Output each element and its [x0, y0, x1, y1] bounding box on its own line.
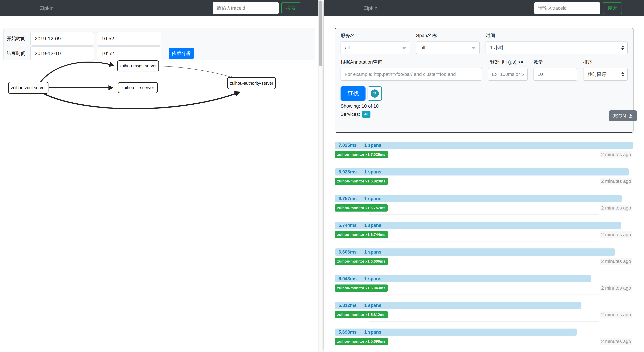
search-button[interactable]: 搜索	[603, 2, 622, 14]
sort-order-select[interactable]: 耗时降序	[583, 68, 628, 80]
annotation-query-input[interactable]	[340, 68, 482, 80]
service-name-value: all	[345, 45, 350, 50]
left-window-scrollbar[interactable]	[318, 0, 322, 352]
json-label: JSON	[612, 113, 626, 119]
trace-duration-text: 6.744ms	[338, 223, 357, 228]
service-name-label: 服务名	[340, 32, 410, 39]
trace-span-count: 1 spans	[364, 303, 382, 308]
find-button[interactable]: 查找	[340, 86, 366, 101]
trace-span-count: 1 spans	[364, 169, 382, 175]
navbar-right: Zipkin 搜索	[324, 0, 644, 16]
service-span-badge[interactable]: zuihou-monitor x1 6.923ms	[335, 178, 388, 185]
row-divider	[370, 214, 598, 215]
trace-duration-bar[interactable]: 6.744ms 1 spans	[335, 222, 621, 229]
start-time-input[interactable]	[97, 32, 161, 46]
trace-row: 6.606ms 1 spans zuihou-monitor x1 6.606m…	[335, 248, 633, 268]
trace-row: 5.698ms 1 spans zuihou-monitor x1 5.698m…	[335, 328, 633, 348]
trace-row: 7.025ms 1 spans zuihou-monitor x1 7.025m…	[335, 142, 633, 162]
question-mark-icon: ?	[370, 90, 379, 98]
trace-span-count: 1 spans	[364, 223, 382, 228]
trace-span-count: 1 spans	[364, 196, 382, 201]
trace-meta-row: zuihou-monitor x1 6.043ms 2 minutes ago	[335, 285, 633, 292]
start-time-row: 开始时间	[7, 32, 315, 46]
span-name-select[interactable]: all	[416, 42, 480, 54]
showing-count-text: Showing: 10 of 10	[335, 101, 633, 109]
trace-filter-panel: 服务名 all Span名称 all 时间 1 小时	[335, 28, 634, 133]
service-span-badge[interactable]: zuihou-monitor x1 5.812ms	[335, 311, 388, 318]
filter-row-2: 根据Annotation查询 持续时间 (μs) >= 数量 排序 耗时降序	[335, 54, 633, 80]
start-date-input[interactable]	[30, 32, 94, 46]
dependency-graph: zuihou-zuul-server zuihou-msgs-server zu…	[0, 56, 289, 138]
sort-order-value: 耗时降序	[588, 71, 606, 78]
trace-list: 7.025ms 1 spans zuihou-monitor x1 7.025m…	[335, 142, 633, 348]
filter-actions-row: 查找 ?	[335, 80, 633, 101]
json-download-button[interactable]: JSON	[609, 110, 637, 121]
trace-duration-bar[interactable]: 5.698ms 1 spans	[335, 328, 577, 336]
trace-timestamp: 2 minutes ago	[600, 338, 632, 345]
service-span-badge[interactable]: zuihou-monitor x1 6.744ms	[335, 231, 388, 238]
scrollbar-thumb[interactable]	[319, 0, 322, 66]
trace-span-count: 1 spans	[364, 276, 382, 282]
edge-msgs-to-authority	[159, 66, 232, 77]
trace-timestamp: 2 minutes ago	[600, 178, 632, 184]
service-span-badge[interactable]: zuihou-monitor x1 5.698ms	[335, 338, 388, 345]
row-divider	[370, 161, 598, 162]
trace-duration-bar[interactable]: 6.043ms 1 spans	[335, 275, 591, 282]
min-duration-input[interactable]	[488, 68, 528, 80]
trace-duration-text: 6.043ms	[338, 276, 357, 282]
trace-meta-row: zuihou-monitor x1 7.025ms 2 minutes ago	[335, 151, 633, 158]
traceid-search-input[interactable]	[534, 2, 600, 14]
trace-timestamp: 2 minutes ago	[600, 258, 632, 264]
service-span-badge[interactable]: zuihou-monitor x1 6.043ms	[335, 284, 388, 292]
span-name-label: Span名称	[416, 32, 480, 39]
trace-timestamp: 2 minutes ago	[600, 232, 632, 238]
result-count-label: 数量	[534, 59, 577, 65]
chevron-down-icon	[472, 47, 476, 49]
service-span-badge[interactable]: zuihou-monitor x1 6.606ms	[335, 258, 388, 265]
trace-duration-bar[interactable]: 6.606ms 1 spans	[335, 248, 615, 256]
trace-duration-text: 6.757ms	[338, 196, 357, 201]
graph-node-zuul-server[interactable]: zuihou-zuul-server	[8, 82, 48, 94]
search-button[interactable]: 搜索	[281, 2, 300, 14]
brand-zipkin: Zipkin	[40, 5, 54, 11]
result-count-input[interactable]	[534, 68, 577, 80]
trace-timestamp: 2 minutes ago	[600, 285, 632, 291]
trace-row: 5.812ms 1 spans zuihou-monitor x1 5.812m…	[335, 302, 633, 322]
trace-duration-bar[interactable]: 6.923ms 1 spans	[335, 168, 629, 176]
trace-meta-row: zuihou-monitor x1 5.812ms 2 minutes ago	[335, 311, 633, 318]
navbar-left: Zipkin 搜索	[0, 0, 322, 16]
brand-zipkin: Zipkin	[364, 5, 378, 11]
services-label: Services:	[340, 112, 360, 117]
graph-node-authority-server[interactable]: zuihou-authority-server	[227, 77, 276, 89]
trace-meta-row: zuihou-monitor x1 6.923ms 2 minutes ago	[335, 178, 633, 185]
trace-meta-row: zuihou-monitor x1 6.606ms 2 minutes ago	[335, 258, 633, 265]
trace-timestamp: 2 minutes ago	[600, 151, 632, 158]
span-name-value: all	[420, 45, 425, 50]
trace-duration-bar[interactable]: 5.812ms 1 spans	[335, 302, 582, 309]
row-divider	[370, 348, 598, 348]
trace-search-window: Zipkin 搜索 服务名 all Span名称 all	[324, 0, 644, 352]
trace-row: 6.923ms 1 spans zuihou-monitor x1 6.923m…	[335, 168, 633, 188]
row-divider	[370, 188, 598, 188]
trace-row: 6.757ms 1 spans zuihou-monitor x1 6.757m…	[335, 195, 633, 215]
trace-meta-row: zuihou-monitor x1 6.744ms 2 minutes ago	[335, 231, 633, 238]
help-button[interactable]: ?	[368, 86, 382, 101]
download-icon	[628, 113, 634, 118]
trace-row: 6.043ms 1 spans zuihou-monitor x1 6.043m…	[335, 275, 633, 295]
services-line: Services: all	[335, 109, 633, 118]
services-badge[interactable]: all	[362, 111, 370, 118]
trace-duration-text: 5.698ms	[338, 330, 357, 335]
trace-duration-bar[interactable]: 7.025ms 1 spans	[335, 142, 633, 149]
graph-node-msgs-server[interactable]: zuihou-msgs-server	[117, 60, 159, 72]
edge-zuul-to-authority	[44, 92, 239, 109]
trace-duration-bar[interactable]: 6.757ms 1 spans	[335, 195, 622, 202]
service-span-badge[interactable]: zuihou-monitor x1 7.025ms	[335, 151, 388, 158]
service-name-select[interactable]: all	[340, 42, 410, 54]
time-range-select[interactable]: 1 小时	[486, 42, 628, 54]
dependency-window: Zipkin 搜索 开始时间 结束时间 依赖分析	[0, 0, 322, 352]
graph-node-file-server[interactable]: zuihou-file-server	[118, 82, 158, 93]
edge-zuul-to-msgs	[40, 62, 114, 82]
traceid-search-input[interactable]	[213, 2, 279, 14]
service-span-badge[interactable]: zuihou-monitor x1 6.757ms	[335, 204, 388, 212]
navbar-search-group: 搜索	[534, 2, 622, 14]
